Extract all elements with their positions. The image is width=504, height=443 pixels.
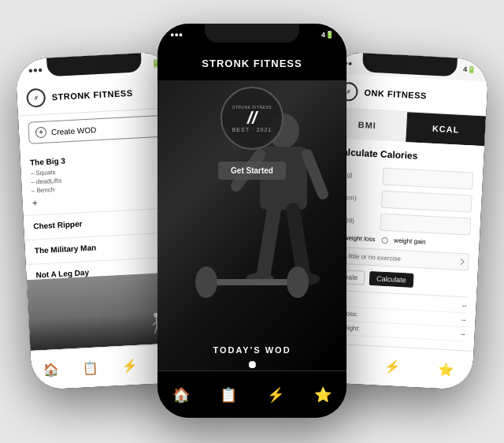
maintain-weight-value: -- [461, 330, 465, 337]
center-phone: ●●● 4🔋 STRONK FITNESS [158, 24, 346, 418]
create-wod-label: Create WOD [51, 125, 97, 136]
wod-icon[interactable]: ⚡ [121, 358, 138, 374]
center-nav-bar: 🏠 📋 ⚡ ⭐ [158, 370, 346, 418]
star-icon[interactable]: ⭐ [438, 362, 454, 378]
svg-line-9 [307, 154, 323, 194]
create-wod-button[interactable]: + Create WOD [28, 115, 167, 144]
svg-line-2 [153, 322, 157, 326]
tab-kcal[interactable]: KCAL [406, 112, 486, 146]
center-signal: ●●● [170, 31, 183, 39]
svg-point-16 [287, 266, 309, 298]
center-app-title: STRONK FITNESS [202, 58, 302, 69]
svg-point-15 [195, 266, 217, 298]
list-icon[interactable]: 📋 [82, 360, 98, 376]
wod-icon[interactable]: ⚡ [267, 386, 284, 404]
home-icon[interactable]: 🏠 [43, 362, 59, 378]
workout-title: The Military Man [35, 239, 173, 255]
get-started-button[interactable]: Get Started [218, 162, 286, 180]
svg-rect-14 [205, 279, 299, 285]
bmr-value: -- [462, 302, 467, 309]
svg-line-11 [293, 210, 303, 273]
results-section: BMR: -- eight Loss: -- tain Weight: -- [326, 289, 467, 341]
list-item[interactable]: The Big 3 – Squats– deadLifts– Bench + [20, 144, 180, 216]
weight-loss-result-value: -- [461, 316, 466, 323]
center-header: STRONK FITNESS [158, 46, 346, 80]
calculate-button[interactable]: Calculate [369, 271, 413, 288]
right-battery: 4🔋 [463, 65, 476, 74]
todays-wod-label: TODAY'S WOD [158, 345, 346, 355]
activity-dropdown[interactable]: ary: little or no exercise [330, 246, 469, 270]
left-signal: ●●● [28, 65, 43, 74]
workout-title: Chest Ripper [33, 214, 172, 230]
wod-icon[interactable]: ⚡ [384, 359, 401, 374]
plus-icon: + [35, 127, 47, 139]
weight-gain-radio[interactable] [381, 236, 387, 243]
age-input-row: e (2-99) [332, 210, 471, 235]
logo-year-text: BEST · 2021 [232, 127, 272, 132]
height-input[interactable] [381, 191, 472, 213]
todays-wod-section: TODAY'S WOD ⏺ [158, 345, 346, 370]
age-input[interactable] [380, 214, 471, 236]
gender-row: female Calculate [329, 269, 469, 290]
svg-line-10 [264, 210, 274, 273]
phones-container: ●●● 🔋 // STRONK FITNESS + Create WOD The… [0, 0, 504, 443]
section-title: Calculate Calories [335, 147, 474, 165]
weight-gain-label: weight gain [394, 237, 426, 246]
wod-play-icon[interactable]: ⏺ [158, 358, 346, 370]
center-notch [205, 24, 299, 43]
weight-input[interactable] [382, 168, 473, 190]
goal-radio-row: weight loss weight gain [332, 233, 470, 248]
left-logo: // [26, 87, 46, 107]
left-app-title: STRONK FITNESS [51, 87, 132, 101]
center-battery: 4🔋 [321, 31, 334, 39]
height-input-row: ght (cm) [333, 188, 472, 212]
center-logo: STRONK FITNESS // BEST · 2021 [220, 87, 284, 150]
chevron-down-icon [458, 259, 464, 265]
right-app-title: ONK FITNESS [364, 87, 427, 100]
home-icon[interactable]: 🏠 [172, 386, 190, 404]
logo-main-text: // [247, 110, 257, 127]
center-phone-screen: ●●● 4🔋 STRONK FITNESS [158, 24, 346, 418]
star-icon[interactable]: ⭐ [314, 386, 332, 404]
list-icon[interactable]: 📋 [220, 386, 237, 404]
weight-loss-label: weight loss [344, 234, 376, 243]
weight-input-row: ht (kg) [334, 165, 473, 189]
